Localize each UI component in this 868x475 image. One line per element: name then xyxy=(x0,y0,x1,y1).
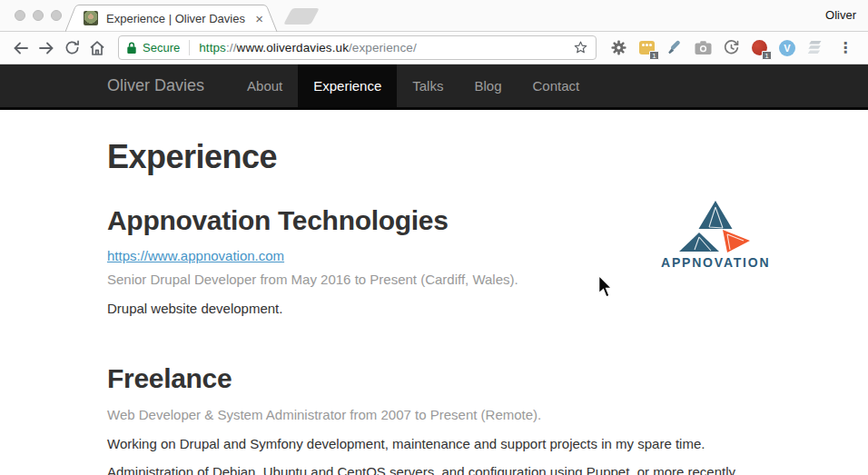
tab-close-icon[interactable]: × xyxy=(255,12,263,25)
gear-icon xyxy=(610,39,627,56)
omnibox-divider xyxy=(189,40,190,55)
camera-extension-button[interactable] xyxy=(694,39,712,57)
appnovation-role-line: Senior Drupal Developer from May 2016 to… xyxy=(107,270,777,291)
site-brand[interactable]: Oliver Davies xyxy=(107,64,232,107)
appnovation-link[interactable]: https://www.appnovation.com xyxy=(107,248,284,263)
section-heading-freelance: Freelance xyxy=(107,363,777,394)
window-close-button[interactable] xyxy=(15,10,25,21)
tab-strip: Experience | Oliver Davies × Oliver xyxy=(0,0,868,32)
appnovation-logo: APPNOVATION xyxy=(661,200,770,270)
browser-toolbar: Secure https://www.oliverdavies.uk/exper… xyxy=(0,32,868,64)
reload-icon xyxy=(64,39,81,56)
lock-icon xyxy=(126,41,137,54)
freelance-paragraph-1: Working on Drupal and Symfony developmen… xyxy=(107,434,777,455)
freelance-paragraph-2: Administration of Debian, Ubuntu and Cen… xyxy=(107,462,777,475)
secure-label: Secure xyxy=(143,41,180,54)
appnovation-logo-text: APPNOVATION xyxy=(661,255,770,270)
url-separator: :// xyxy=(226,41,237,54)
forward-button[interactable] xyxy=(35,36,58,60)
freelance-role-line: Web Developer & System Administrator fro… xyxy=(107,405,777,426)
browser-tab[interactable]: Experience | Oliver Davies × xyxy=(65,5,280,32)
url-text[interactable]: https://www.oliverdavies.uk/experience/ xyxy=(199,41,573,54)
gear-extension-button[interactable] xyxy=(609,39,627,57)
eyedropper-extension-button[interactable] xyxy=(666,39,684,57)
appnovation-logo-triangles xyxy=(677,200,754,252)
browser-menu-button[interactable]: ⋮ xyxy=(834,41,856,55)
tab-favicon xyxy=(84,11,98,25)
address-bar[interactable]: Secure https://www.oliverdavies.uk/exper… xyxy=(118,35,597,60)
home-button[interactable] xyxy=(85,36,109,60)
page-content: Experience Appnovation Technologies http… xyxy=(0,110,868,475)
forward-icon xyxy=(37,39,55,57)
eyedropper-icon xyxy=(666,39,684,56)
camera-icon xyxy=(695,40,712,55)
stack-extension-button[interactable] xyxy=(806,39,824,57)
sync-clock-icon xyxy=(723,39,740,56)
red-extension-button[interactable]: 1 xyxy=(750,39,768,57)
back-button[interactable] xyxy=(9,36,33,60)
window-zoom-button[interactable] xyxy=(51,10,62,21)
sync-clock-extension-button[interactable] xyxy=(722,39,740,57)
screenshot-extension-button[interactable]: 1 xyxy=(637,39,656,57)
stack-layers-icon xyxy=(807,40,824,55)
browser-profile-name[interactable]: Oliver xyxy=(825,8,856,22)
url-scheme: https xyxy=(199,41,226,54)
back-icon xyxy=(12,39,30,57)
url-path: /experience/ xyxy=(349,41,417,54)
extension-icons: 1 1 V xyxy=(604,39,859,57)
window-minimize-button[interactable] xyxy=(33,10,44,21)
nav-item-experience[interactable]: Experience xyxy=(298,64,397,107)
star-icon xyxy=(573,40,588,55)
home-icon xyxy=(88,39,106,57)
nav-item-blog[interactable]: Blog xyxy=(459,64,517,107)
nav-item-contact[interactable]: Contact xyxy=(518,64,596,107)
section-freelance: Freelance Web Developer & System Adminis… xyxy=(107,363,777,475)
reload-button[interactable] xyxy=(60,36,84,60)
site-navbar: Oliver Davies About Experience Talks Blo… xyxy=(0,64,868,110)
appnovation-description: Drupal website development. xyxy=(107,299,777,320)
video-extension-button[interactable]: V xyxy=(778,39,796,57)
mouse-cursor xyxy=(597,275,613,302)
bookmark-star-button[interactable] xyxy=(573,40,588,55)
extension-badge: 1 xyxy=(762,51,772,60)
new-tab-button[interactable] xyxy=(283,8,320,25)
url-host: www.oliverdavies.uk xyxy=(237,41,349,54)
nav-item-talks[interactable]: Talks xyxy=(397,64,459,107)
nav-item-about[interactable]: About xyxy=(232,64,298,107)
page-title: Experience xyxy=(107,138,777,176)
extension-badge: 1 xyxy=(649,51,659,60)
window-controls xyxy=(15,10,62,21)
tab-title: Experience | Oliver Davies xyxy=(106,12,247,25)
video-extension-icon: V xyxy=(779,40,795,56)
